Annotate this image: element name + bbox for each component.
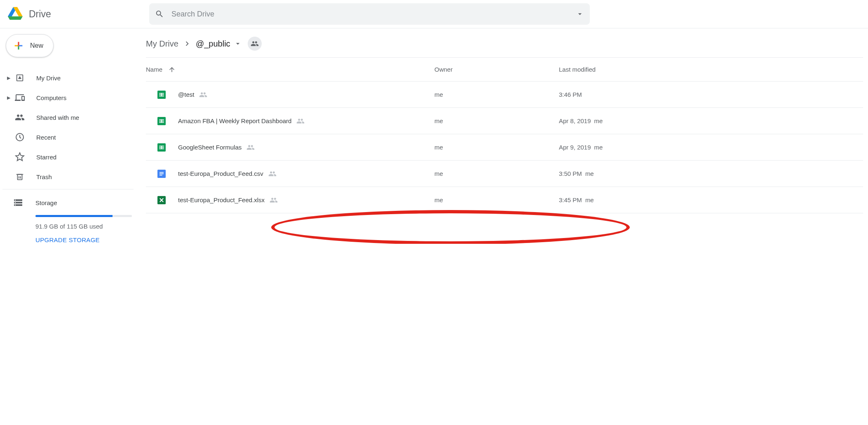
svg-rect-18: [160, 172, 164, 173]
main: My Drive @_public Name: [140, 28, 868, 244]
breadcrumb-current[interactable]: @_public: [196, 39, 230, 49]
svg-rect-16: [161, 145, 162, 149]
svg-rect-19: [160, 173, 164, 174]
cell-name: Amazon FBA | Weekly Report Dashboard: [146, 117, 434, 125]
cell-modified: Apr 8, 2019me: [559, 117, 863, 124]
divider: [2, 189, 134, 189]
cell-modified: 3:50 PMme: [559, 170, 863, 177]
svg-rect-11: [161, 119, 162, 122]
svg-rect-6: [161, 93, 162, 96]
breadcrumb-root[interactable]: My Drive: [146, 39, 178, 49]
shared-icon: [270, 196, 278, 204]
file-name: Amazon FBA | Weekly Report Dashboard: [178, 117, 291, 124]
header: Drive Search Drive: [0, 0, 868, 28]
trash-icon: [14, 171, 26, 182]
cell-name: test-Europa_Product_Feed.csv: [146, 170, 434, 178]
shared-folder-icon[interactable]: [248, 37, 262, 51]
search-wrap: Search Drive: [149, 3, 861, 25]
table-row[interactable]: Amazon FBA | Weekly Report DashboardmeAp…: [146, 108, 863, 134]
storage-bar: [35, 215, 132, 217]
modified-by: me: [585, 170, 594, 177]
file-type-icon: [157, 143, 166, 152]
expand-icon[interactable]: ▶: [5, 75, 12, 81]
expand-icon[interactable]: ▶: [5, 95, 12, 100]
file-name: GoogleSheet Formulas: [178, 144, 242, 151]
sidebar-item-label: My Drive: [36, 75, 61, 82]
storage-used-text: 91.9 GB of 115 GB used: [35, 223, 140, 230]
nav-list: ▶My Drive▶ComputersShared with meRecentS…: [2, 68, 140, 187]
file-type-icon: [157, 91, 166, 99]
annotation-highlight: [271, 210, 630, 244]
file-type-icon: [157, 196, 166, 204]
storage-icon: [12, 197, 24, 208]
upgrade-storage-link[interactable]: UPGRADE STORAGE: [35, 236, 100, 243]
plus-icon: [13, 40, 24, 51]
column-header-name[interactable]: Name: [146, 66, 434, 73]
drive-logo-icon: [7, 5, 24, 23]
storage-label: Storage: [35, 199, 57, 206]
new-button-label: New: [30, 42, 43, 49]
cell-name: @test: [146, 91, 434, 99]
column-header-name-label: Name: [146, 66, 162, 73]
computers-icon: [14, 92, 26, 103]
cell-owner: me: [434, 91, 559, 98]
file-name: @test: [178, 91, 194, 98]
column-header-owner[interactable]: Owner: [434, 66, 559, 73]
shared-icon: [199, 91, 207, 99]
search-input[interactable]: Search Drive: [149, 3, 590, 25]
search-options-caret-icon[interactable]: [576, 10, 584, 18]
svg-rect-1: [18, 175, 22, 180]
sidebar-item-label: Trash: [36, 173, 52, 180]
drive-icon: [14, 72, 26, 84]
cell-name: GoogleSheet Formulas: [146, 143, 434, 152]
shared-icon: [246, 143, 255, 152]
file-type-icon: [157, 170, 166, 178]
sort-asc-icon[interactable]: [168, 66, 176, 73]
table-header: Name Owner Last modified: [146, 58, 863, 82]
cell-owner: me: [434, 170, 559, 177]
sidebar-item-label: Starred: [36, 154, 56, 161]
sidebar-item-trash[interactable]: Trash: [2, 167, 140, 187]
app-name: Drive: [29, 9, 51, 20]
table-row[interactable]: @testme3:46 PM: [146, 82, 863, 108]
file-name: test-Europa_Product_Feed.csv: [178, 170, 263, 177]
shared-icon: [268, 170, 277, 178]
modified-by: me: [594, 117, 603, 124]
table-row[interactable]: GoogleSheet FormulasmeApr 9, 2019me: [146, 134, 863, 161]
column-header-modified[interactable]: Last modified: [559, 66, 863, 73]
breadcrumb-caret-icon[interactable]: [234, 40, 242, 48]
file-type-icon: [157, 117, 166, 125]
sidebar-item-computers[interactable]: ▶Computers: [2, 88, 140, 107]
cell-owner: me: [434, 196, 559, 203]
sidebar-item-starred[interactable]: Starred: [2, 147, 140, 167]
sidebar-item-shared-with-me[interactable]: Shared with me: [2, 107, 140, 127]
files-table: Name Owner Last modified @testme3:46 PMA…: [146, 58, 863, 213]
table-row[interactable]: test-Europa_Product_Feed.csvme3:50 PMme: [146, 161, 863, 187]
star-icon: [14, 151, 26, 163]
cell-modified: 3:46 PM: [559, 91, 863, 98]
cell-modified: Apr 9, 2019me: [559, 144, 863, 151]
cell-owner: me: [434, 117, 559, 124]
svg-rect-20: [160, 175, 162, 175]
cell-name: test-Europa_Product_Feed.xlsx: [146, 196, 434, 204]
cell-owner: me: [434, 144, 559, 151]
shared-icon: [296, 117, 305, 125]
table-row[interactable]: test-Europa_Product_Feed.xlsxme3:45 PMme: [146, 187, 863, 213]
new-button[interactable]: New: [6, 34, 54, 57]
sidebar-item-label: Recent: [36, 134, 56, 141]
modified-by: me: [585, 196, 594, 203]
sidebar-item-recent[interactable]: Recent: [2, 127, 140, 147]
sidebar-item-my-drive[interactable]: ▶My Drive: [2, 68, 140, 88]
recent-icon: [14, 131, 26, 143]
modified-by: me: [594, 144, 603, 151]
sidebar-item-label: Shared with me: [36, 114, 79, 121]
breadcrumb: My Drive @_public: [140, 28, 868, 57]
sidebar-item-label: Computers: [36, 94, 66, 101]
search-icon: [155, 9, 164, 19]
sidebar: New ▶My Drive▶ComputersShared with meRec…: [0, 28, 140, 244]
cell-modified: 3:45 PMme: [559, 196, 863, 203]
chevron-right-icon: [183, 39, 192, 48]
storage-header[interactable]: Storage: [12, 197, 140, 208]
logo-area[interactable]: Drive: [5, 5, 149, 23]
search-placeholder: Search Drive: [171, 10, 576, 19]
